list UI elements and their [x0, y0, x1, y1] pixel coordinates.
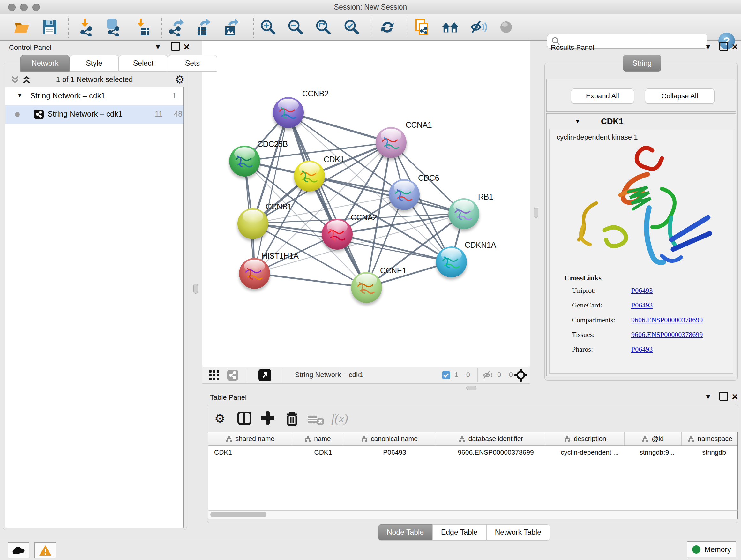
export-network-file-button[interactable] — [167, 18, 185, 36]
export-table-file-button[interactable] — [194, 18, 212, 36]
column-header--id[interactable]: @id — [624, 432, 682, 445]
table-row[interactable]: CDK1CDK1P064939606.ENSP00000378699cyclin… — [208, 445, 738, 459]
cell-namespace[interactable]: stringdb — [685, 445, 738, 459]
gene-section-header[interactable]: ▼ CDK1 — [547, 114, 736, 128]
control-panel-menu-icon[interactable]: ▼ — [154, 43, 161, 51]
network-label: String Network – cdk1 — [48, 110, 123, 118]
column-header-name[interactable]: name — [292, 432, 343, 445]
zoom-in-button[interactable] — [259, 18, 277, 36]
collapse-triangle-icon[interactable]: ▼ — [17, 92, 23, 99]
export-image-button[interactable] — [222, 18, 240, 36]
right-splitter-grip[interactable] — [534, 207, 538, 218]
first-neighbors-button[interactable] — [442, 18, 460, 36]
expand-all-button[interactable]: Expand All — [571, 88, 634, 104]
crosslink-value-link[interactable]: 9606.ENSP00000378699 — [631, 330, 703, 339]
save-session-button[interactable] — [41, 18, 59, 36]
cell-canonical-name[interactable]: P06493 — [348, 445, 441, 459]
node-cdk1[interactable] — [294, 161, 325, 192]
scrollbar-thumb[interactable] — [210, 512, 266, 517]
collapse-all-button[interactable]: Collapse All — [645, 88, 715, 104]
results-panel-close-icon[interactable]: ✕ — [731, 42, 738, 52]
edge-HIST1H1A-CCNE1[interactable] — [254, 273, 366, 287]
results-panel-float-icon[interactable] — [719, 42, 728, 53]
control-panel-float-icon[interactable] — [171, 42, 180, 53]
edge-CCNB2-HIST1H1A[interactable] — [254, 112, 288, 273]
table-horizontal-scrollbar[interactable] — [208, 510, 738, 519]
hidden-count: 0 – 0 — [497, 371, 513, 379]
tab-style[interactable]: Style — [70, 55, 119, 71]
node-ccna1[interactable] — [376, 127, 407, 158]
cell-name[interactable]: CDK1 — [298, 445, 348, 459]
table-options-gear-icon[interactable]: ⚙ — [214, 413, 225, 425]
column-header-namespace[interactable]: namespace — [682, 432, 738, 445]
horizontal-splitter-grip[interactable] — [466, 386, 476, 390]
crosshair-icon[interactable] — [515, 369, 527, 381]
edge-CCNB2-CCNE1[interactable] — [288, 112, 366, 287]
table-panel-float-icon[interactable] — [719, 392, 728, 402]
node-hist1h1a[interactable] — [239, 258, 270, 289]
edge-CCNB2-CCNA1[interactable] — [288, 112, 391, 142]
import-network-database-button[interactable] — [104, 18, 122, 36]
cloud-button[interactable] — [8, 543, 29, 558]
crosslink-label: Uniprot: — [572, 287, 596, 294]
column-header-description[interactable]: description — [546, 432, 624, 445]
crosslink-value-link[interactable]: P06493 — [631, 301, 653, 309]
clone-network-button[interactable] — [413, 18, 431, 36]
grid-view-icon[interactable] — [209, 370, 219, 381]
tab-sets[interactable]: Sets — [168, 55, 217, 71]
collapse-triangle-icon[interactable]: ▼ — [575, 118, 581, 125]
warnings-button[interactable] — [35, 543, 56, 558]
show-columns-icon[interactable] — [237, 411, 252, 426]
table-panel-menu-icon[interactable]: ▼ — [704, 393, 712, 401]
tab-network-table[interactable]: Network Table — [486, 524, 550, 540]
node-ccnb1[interactable] — [238, 208, 268, 239]
left-splitter-grip[interactable] — [193, 284, 198, 294]
node-cdc25b[interactable] — [229, 145, 260, 177]
tab-string[interactable]: String — [623, 55, 661, 71]
delete-column-trash-icon[interactable] — [285, 411, 299, 427]
import-table-file-button[interactable] — [133, 18, 151, 36]
selected-checkbox-icon[interactable] — [442, 371, 450, 379]
show-all-button[interactable] — [497, 18, 515, 36]
tab-select[interactable]: Select — [119, 55, 168, 71]
crosslink-value-link[interactable]: P06493 — [631, 287, 653, 295]
network-tree-child-row[interactable]: String Network – cdk1 11 48 — [5, 105, 184, 124]
tab-network[interactable]: Network — [20, 55, 70, 71]
table-panel-close-icon[interactable]: ✕ — [731, 392, 738, 402]
results-panel-menu-icon[interactable]: ▼ — [704, 43, 712, 51]
crosslink-value-link[interactable]: 9606.ENSP00000378699 — [631, 316, 703, 324]
zoom-selected-button[interactable] — [343, 18, 360, 36]
cell-shared-name[interactable]: CDK1 — [208, 445, 298, 459]
column-header-shared-name[interactable]: shared name — [208, 432, 292, 445]
node-ccna2[interactable] — [322, 219, 353, 250]
column-header-database-identifier[interactable]: database identifier — [436, 432, 546, 445]
column-header-canonical-name[interactable]: canonical name — [343, 432, 436, 445]
node-cdkn1a[interactable] — [436, 246, 467, 277]
tab-node-table[interactable]: Node Table — [378, 524, 432, 540]
memory-button[interactable]: Memory — [687, 542, 736, 557]
node-cdc6[interactable] — [389, 179, 420, 210]
network-view-share-icon[interactable] — [227, 370, 238, 381]
network-canvas[interactable]: CCNB2CCNA1CDC25BCDK1CDC6RB1CCNB1CCNA2CDK… — [202, 41, 530, 367]
node-rb1[interactable] — [448, 198, 479, 229]
detach-view-button[interactable] — [259, 369, 271, 381]
node-ccne1[interactable] — [351, 272, 382, 303]
cell-database-identifier[interactable]: 9606.ENSP00000378699 — [441, 445, 551, 459]
tab-edge-table[interactable]: Edge Table — [432, 524, 486, 540]
add-column-icon[interactable] — [260, 411, 275, 425]
apply-layout-button[interactable] — [379, 18, 396, 36]
network-tree-root-row[interactable]: ▼ String Network – cdk1 1 — [5, 87, 184, 105]
node-ccnb2[interactable] — [273, 97, 304, 128]
open-session-button[interactable] — [13, 18, 30, 36]
import-network-file-button[interactable] — [77, 18, 95, 36]
zoom-out-button[interactable] — [286, 18, 305, 36]
zoom-fit-button[interactable] — [314, 18, 332, 36]
node-table: shared namenamecanonical namedatabase id… — [208, 432, 738, 511]
hide-selected-button[interactable] — [469, 18, 487, 36]
network-options-gear-icon[interactable]: ⚙ — [175, 74, 185, 85]
cell-description[interactable]: cyclin-dependent ... — [551, 445, 629, 459]
selected-count: 1 – 0 — [455, 371, 470, 379]
crosslink-value-link[interactable]: P06493 — [631, 345, 653, 354]
cell--id[interactable]: stringdb:9... — [629, 445, 685, 459]
control-panel-close-icon[interactable]: ✕ — [183, 42, 190, 52]
